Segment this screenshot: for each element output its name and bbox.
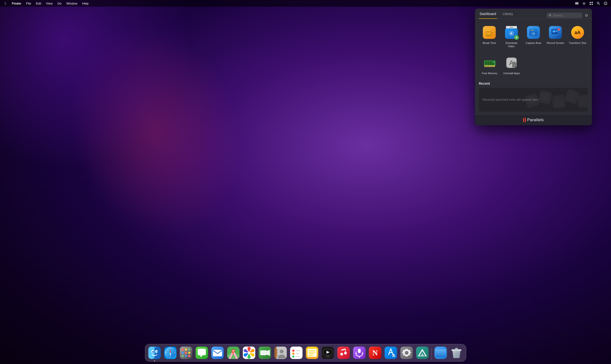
dock-item-mail[interactable] [211, 346, 225, 360]
dock-item-news[interactable]: N [368, 346, 382, 360]
go-menu[interactable]: Go [56, 1, 64, 6]
appstore-svg [385, 347, 397, 359]
svg-rect-54 [513, 62, 516, 63]
svg-point-109 [292, 350, 294, 351]
view-menu[interactable]: View [44, 1, 55, 6]
dock-item-finder[interactable] [147, 346, 162, 360]
wifi-icon[interactable] [581, 1, 587, 6]
svg-rect-145 [455, 348, 458, 350]
svg-point-98 [248, 351, 250, 354]
panel-search[interactable] [546, 13, 582, 18]
files-icon [435, 347, 447, 359]
menubar-right: S [574, 1, 608, 6]
tool-record-screen[interactable]: Record Screen [545, 23, 566, 51]
window-menu[interactable]: Window [65, 1, 79, 6]
dock-item-files[interactable] [434, 346, 448, 360]
transform-text-label: Transform Text [569, 41, 586, 45]
trash-icon [450, 347, 463, 359]
launchpad-icon [180, 347, 192, 359]
svg-rect-131 [358, 349, 361, 353]
music-icon [337, 347, 350, 359]
svg-point-85 [185, 351, 187, 354]
music-svg [337, 347, 350, 359]
dock-item-trash[interactable] [450, 346, 464, 360]
svg-point-83 [188, 349, 190, 351]
www-bar: www [506, 26, 517, 28]
transform-text-icon-wrap: aA [571, 26, 584, 39]
download-video-label: Download Video [502, 41, 520, 48]
dock-item-safari[interactable]: N S W E [163, 346, 178, 360]
dock-item-reminders[interactable] [289, 346, 304, 360]
parallels-bars-icon [523, 118, 526, 122]
tool-transform-text[interactable]: aA Transform Text [567, 23, 588, 51]
svg-rect-46 [493, 65, 493, 67]
tool-grid-row2: Free Memory A [475, 53, 592, 80]
gear-icon[interactable]: ⚙ [585, 13, 588, 18]
capture-area-label: Capture Area [526, 41, 541, 45]
dock-item-podcasts[interactable] [352, 346, 367, 360]
recent-empty-text: Recently launched tools will appear here [483, 98, 538, 102]
camo-svg [416, 347, 429, 359]
maps-icon [227, 347, 240, 359]
capture-svg [529, 28, 538, 37]
svg-text:S: S [605, 3, 606, 5]
tool-download-video[interactable]: www [501, 23, 522, 51]
siri-icon[interactable]: S [603, 1, 608, 6]
parallels-menubar-icon[interactable] [574, 1, 580, 6]
dock-item-notes[interactable] [305, 346, 319, 360]
svg-point-84 [182, 351, 184, 354]
svg-rect-110 [295, 350, 300, 351]
search-input[interactable] [553, 13, 580, 17]
dock-item-music[interactable] [336, 346, 351, 360]
tab-library[interactable]: Library [502, 12, 514, 19]
dock-item-contacts[interactable] [274, 346, 288, 360]
tool-uninstall-apps[interactable]: A Uninstall Apps [501, 53, 523, 78]
svg-point-88 [185, 355, 187, 357]
tool-free-memory[interactable]: Free Memory [479, 53, 501, 78]
uninstall-apps-label: Uninstall Apps [503, 72, 520, 75]
reminders-svg [290, 347, 303, 359]
dock-item-launchpad[interactable] [179, 346, 193, 360]
files-svg [435, 347, 447, 359]
file-menu[interactable]: File [24, 1, 33, 6]
search-icon[interactable] [596, 1, 601, 6]
svg-point-82 [185, 349, 187, 351]
tab-dashboard[interactable]: Dashboard [479, 12, 497, 19]
svg-point-21 [532, 30, 533, 31]
svg-rect-36 [487, 61, 489, 65]
svg-point-113 [292, 355, 294, 358]
dock-item-settings[interactable] [399, 346, 414, 360]
uninstall-svg: A [505, 56, 518, 69]
coffee-cup-svg [485, 28, 494, 37]
maps-svg [227, 347, 240, 359]
finder-menu[interactable]: Finder [10, 1, 23, 6]
svg-point-48 [493, 62, 494, 63]
tool-break-time[interactable]: Break Time [479, 23, 500, 51]
svg-rect-112 [295, 353, 299, 354]
free-memory-icon-wrap [483, 56, 497, 70]
dock-item-messages[interactable] [195, 346, 209, 360]
podcasts-icon [353, 347, 366, 359]
dock-item-camo[interactable] [415, 346, 430, 360]
tool-capture-area[interactable]: Capture Area [523, 23, 544, 51]
dock-item-appstore[interactable] [384, 346, 398, 360]
edit-menu[interactable]: Edit [34, 1, 43, 6]
dock-item-appletv[interactable] [321, 346, 335, 360]
notes-icon [306, 347, 319, 359]
svg-point-87 [182, 355, 184, 357]
controlcenter-icon[interactable] [589, 1, 594, 6]
svg-point-129 [344, 351, 347, 354]
dock-item-facetime[interactable] [258, 346, 272, 360]
svg-rect-66 [148, 347, 155, 359]
notes-svg [306, 347, 319, 359]
svg-rect-31 [554, 34, 555, 36]
dock-item-maps[interactable] [226, 346, 240, 360]
svg-rect-32 [553, 36, 556, 36]
dock-item-photos[interactable] [242, 346, 256, 360]
download-video-icon: www [505, 26, 518, 39]
free-memory-icon [483, 56, 496, 69]
settings-svg [400, 347, 413, 359]
svg-point-4 [592, 2, 593, 3]
apple-menu[interactable]:  [3, 1, 8, 6]
help-menu[interactable]: Help [80, 1, 91, 6]
